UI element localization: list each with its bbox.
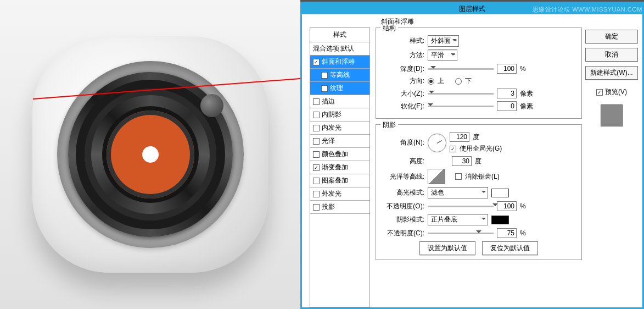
checkbox-icon[interactable]	[313, 191, 320, 197]
angle-label: 角度(N):	[379, 138, 424, 147]
checkbox-icon[interactable]	[313, 138, 320, 145]
styles-panel: 样式 混合选项:默认 斜面和浮雕 等高线 纹理 描边 内阴影 内发光 光泽 颜色…	[310, 27, 370, 307]
checkbox-icon[interactable]	[313, 59, 320, 65]
style-drop-shadow[interactable]: 投影	[310, 201, 369, 214]
canvas-preview	[0, 0, 300, 309]
direction-label: 方向:	[379, 76, 424, 86]
style-bevel[interactable]: 斜面和浮雕	[310, 56, 369, 69]
soften-label: 软化(F):	[379, 102, 424, 111]
gloss-contour-picker[interactable]	[428, 169, 445, 184]
icon-artwork	[32, 36, 268, 273]
method-label: 方法:	[379, 51, 424, 60]
style-contour[interactable]: 等高线	[310, 69, 369, 82]
checkbox-icon[interactable]	[321, 72, 328, 79]
checkbox-icon[interactable]	[313, 125, 320, 131]
params-panel: 结构 样式: 外斜面 方法: 平滑 深度(D): 100 % 方向: 上	[373, 14, 584, 307]
direction-down-radio[interactable]	[455, 78, 462, 85]
bevel-heading: 斜面和浮雕	[381, 17, 414, 26]
hl-opacity-slider[interactable]	[428, 206, 494, 207]
style-label: 样式:	[379, 36, 424, 46]
global-light-checkbox[interactable]	[450, 146, 456, 152]
gloss-contour-label: 光泽等高线:	[379, 172, 424, 181]
reset-default-button[interactable]: 复位为默认值	[482, 241, 538, 255]
depth-input[interactable]: 100	[497, 64, 517, 74]
style-pattern-overlay[interactable]: 图案叠加	[310, 174, 369, 187]
shadow-mode-label: 阴影模式:	[379, 215, 424, 224]
antialias-checkbox[interactable]	[455, 173, 462, 180]
new-style-button[interactable]: 新建样式(W)...	[585, 66, 638, 80]
shadow-mode-select[interactable]: 正片叠底	[428, 214, 488, 225]
watermark: 思缘设计论坛 WWW.MISSYUAN.COM	[533, 4, 642, 15]
angle-input[interactable]: 120	[450, 132, 469, 142]
hl-opacity-input[interactable]: 100	[497, 201, 517, 211]
style-color-overlay[interactable]: 颜色叠加	[310, 148, 369, 161]
highlight-color[interactable]	[491, 189, 509, 197]
style-gradient-overlay[interactable]: 渐变叠加	[310, 161, 369, 174]
layer-style-dialog: 图层样式 思缘设计论坛 WWW.MISSYUAN.COM 样式 混合选项:默认 …	[300, 2, 644, 309]
soften-input[interactable]: 0	[497, 101, 517, 111]
style-stroke[interactable]: 描边	[310, 95, 369, 108]
ok-button[interactable]: 确定	[585, 30, 638, 43]
altitude-input[interactable]: 30	[452, 156, 472, 166]
style-blend-default[interactable]: 混合选项:默认	[310, 42, 369, 56]
preview-checkbox[interactable]	[596, 89, 603, 96]
checkbox-icon[interactable]	[313, 151, 320, 158]
size-label: 大小(Z):	[379, 89, 424, 98]
svg-line-0	[33, 78, 307, 99]
style-inner-shadow[interactable]: 内阴影	[310, 108, 369, 122]
set-default-button[interactable]: 设置为默认值	[419, 241, 475, 255]
style-inner-glow[interactable]: 内发光	[310, 122, 369, 135]
dialog-titlebar[interactable]: 图层样式 思缘设计论坛 WWW.MISSYUAN.COM	[302, 3, 642, 14]
depth-label: 深度(D):	[379, 64, 424, 74]
shadow-legend: 阴影	[380, 120, 398, 130]
sh-opacity-input[interactable]: 75	[497, 228, 517, 238]
dialog-title: 图层样式	[459, 5, 485, 13]
cancel-button[interactable]: 取消	[585, 48, 638, 62]
annotation-arrow	[33, 77, 318, 110]
size-slider[interactable]	[428, 93, 494, 95]
checkbox-icon[interactable]	[313, 164, 320, 171]
method-select[interactable]: 平滑	[428, 49, 457, 61]
styles-header: 样式	[310, 28, 369, 42]
style-satin[interactable]: 光泽	[310, 135, 369, 148]
highlight-mode-select[interactable]: 滤色	[428, 187, 488, 198]
checkbox-icon[interactable]	[321, 85, 328, 92]
soften-slider[interactable]	[428, 106, 494, 107]
preview-label: 预览(V)	[605, 87, 627, 97]
style-outer-glow[interactable]: 外发光	[310, 187, 369, 201]
checkbox-icon[interactable]	[313, 98, 320, 105]
style-texture[interactable]: 纹理	[310, 82, 369, 95]
shadow-group: 阴影 角度(N): 120 度 使用全局光(G)	[376, 124, 582, 260]
depth-slider[interactable]	[428, 68, 494, 70]
sh-opacity-label: 不透明度(C):	[379, 229, 424, 238]
size-input[interactable]: 3	[497, 89, 517, 98]
angle-dial[interactable]	[428, 134, 446, 152]
shadow-color[interactable]	[491, 216, 509, 224]
hl-opacity-label: 不透明度(O):	[379, 202, 424, 211]
sh-opacity-slider[interactable]	[428, 233, 494, 234]
direction-up-radio[interactable]	[428, 78, 434, 85]
preview-swatch	[601, 104, 623, 126]
checkbox-icon[interactable]	[313, 204, 320, 211]
highlight-mode-label: 高光模式:	[379, 188, 424, 197]
checkbox-icon[interactable]	[313, 178, 320, 184]
structure-group: 结构 样式: 外斜面 方法: 平滑 深度(D): 100 % 方向: 上	[376, 27, 582, 119]
checkbox-icon[interactable]	[313, 112, 320, 118]
altitude-label: 高度:	[379, 157, 424, 166]
dialog-buttons: 确定 取消 新建样式(W)... 预览(V)	[584, 14, 642, 307]
style-select[interactable]: 外斜面	[428, 35, 459, 47]
